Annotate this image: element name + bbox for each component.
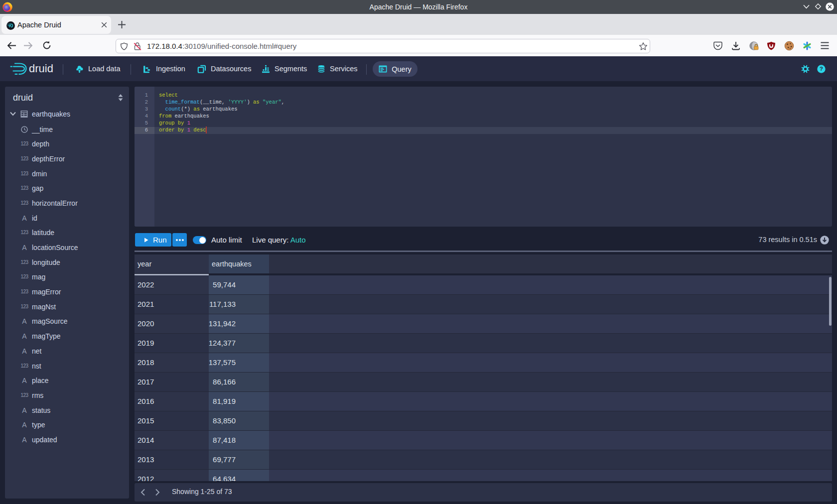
svg-text:?: ? — [820, 66, 823, 72]
